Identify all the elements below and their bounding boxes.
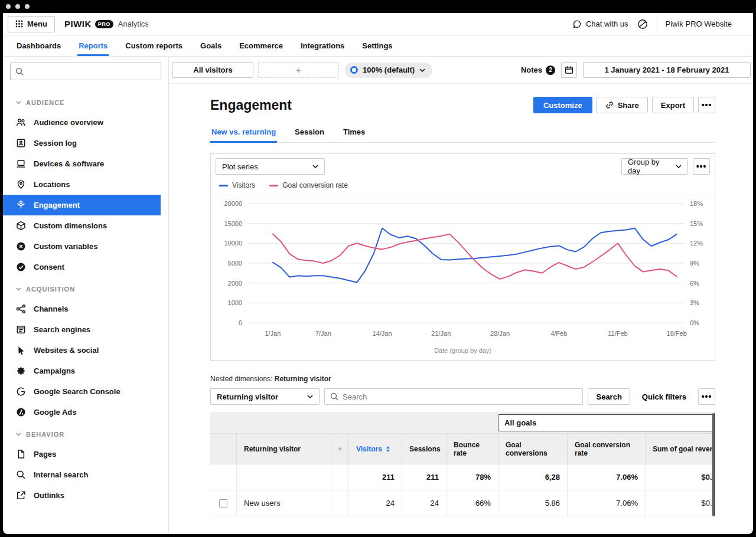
table-header-row: Returning visitor + Visitors Sessions Bo… bbox=[210, 434, 715, 464]
svg-text:15000: 15000 bbox=[224, 220, 242, 227]
chevron-down-icon bbox=[312, 165, 318, 168]
sidebar-item-label: Outlinks bbox=[34, 491, 64, 500]
date-range-picker[interactable]: 1 January 2021 - 18 February 2021 bbox=[583, 62, 751, 78]
primary-nav: Dashboards Reports Custom reports Goals … bbox=[3, 35, 753, 57]
app-window: Menu PIWIK PRO Analytics Chat with us Pi… bbox=[3, 13, 753, 534]
section-acquisition[interactable]: ACQUISITION bbox=[3, 277, 168, 299]
customize-button[interactable]: Customize bbox=[533, 97, 592, 113]
sidebar-item-label: Google Ads bbox=[34, 408, 76, 417]
sidebar-item-outlinks[interactable]: Outlinks bbox=[3, 485, 161, 506]
chart-legend: Visitors Goal conversion rate bbox=[211, 179, 715, 195]
globe-icon[interactable] bbox=[637, 18, 649, 30]
sidebar-item-campaigns[interactable]: Campaigns bbox=[3, 361, 161, 381]
menu-button[interactable]: Menu bbox=[8, 16, 55, 32]
sidebar-item-locations[interactable]: Locations bbox=[3, 174, 161, 195]
check-circle-icon bbox=[16, 262, 26, 272]
header-checkbox-cell bbox=[210, 434, 236, 464]
svg-text:7/Jan: 7/Jan bbox=[315, 330, 331, 337]
plot-series-dropdown[interactable]: Plot series bbox=[216, 158, 325, 175]
svg-text:10000: 10000 bbox=[224, 240, 242, 247]
sidebar-search[interactable] bbox=[10, 63, 161, 80]
export-button[interactable]: Export bbox=[652, 97, 694, 113]
nav-tab-integrations[interactable]: Integrations bbox=[292, 35, 353, 56]
totals-checkbox-cell bbox=[210, 464, 236, 490]
section-audience[interactable]: AUDIENCE bbox=[3, 91, 168, 112]
svg-text:4/Feb: 4/Feb bbox=[550, 330, 567, 337]
row-label[interactable]: New users bbox=[236, 490, 331, 516]
nav-tab-dashboards[interactable]: Dashboards bbox=[8, 35, 70, 56]
window-dot-1[interactable] bbox=[6, 4, 11, 9]
group-by-dropdown[interactable]: Group by day bbox=[621, 158, 688, 175]
column-sessions[interactable]: Sessions bbox=[402, 434, 446, 464]
sidebar-item-google-search-console[interactable]: Google Search Console bbox=[3, 381, 161, 402]
sidebar-item-websites-social[interactable]: Websites & social bbox=[3, 340, 161, 361]
sidebar-item-custom-dimensions[interactable]: Custom dimensions bbox=[3, 215, 161, 236]
quick-filters-button[interactable]: Quick filters bbox=[635, 388, 693, 405]
search-button[interactable]: Search bbox=[588, 388, 630, 405]
column-goal-conversions[interactable]: Goal conversions bbox=[498, 434, 567, 464]
svg-text:18/Feb: 18/Feb bbox=[667, 330, 687, 337]
tab-new-vs-returning[interactable]: New vs. returning bbox=[210, 123, 277, 142]
top-bar: Menu PIWIK PRO Analytics Chat with us Pi… bbox=[3, 13, 753, 35]
traffic-sample-dropdown[interactable]: 100% (default) bbox=[345, 63, 432, 78]
column-returning-visitor[interactable]: Returning visitor bbox=[236, 434, 331, 464]
column-bounce-rate[interactable]: Bounce rate bbox=[446, 434, 498, 464]
piwik-website-link[interactable]: Piwik PRO Website bbox=[666, 19, 747, 28]
sidebar-item-internal-search[interactable]: Internal search bbox=[3, 464, 161, 485]
group-by-label: Group by day bbox=[628, 158, 670, 175]
engagement-icon bbox=[16, 200, 26, 210]
all-visitors-segment-button[interactable]: All visitors bbox=[172, 62, 253, 78]
nav-tab-reports[interactable]: Reports bbox=[70, 35, 116, 56]
nested-dimensions-label: Nested dimensions: Returning visitor bbox=[210, 375, 715, 383]
nav-tab-goals[interactable]: Goals bbox=[191, 35, 230, 56]
sidebar-item-consent[interactable]: Consent bbox=[3, 257, 161, 277]
legend-item-visitors[interactable]: Visitors bbox=[219, 181, 255, 189]
section-behavior[interactable]: BEHAVIOR bbox=[3, 423, 168, 444]
sidebar-item-channels[interactable]: Channels bbox=[3, 299, 161, 319]
sidebar-item-label: Google Search Console bbox=[34, 387, 120, 396]
add-segment-button[interactable]: + bbox=[258, 62, 339, 78]
column-goal-conversion-rate[interactable]: Goal conversion rate bbox=[567, 434, 645, 464]
legend-item-goal-conversion-rate[interactable]: Goal conversion rate bbox=[269, 181, 348, 189]
share-button[interactable]: Share bbox=[597, 97, 648, 113]
all-goals-selector[interactable]: All goals bbox=[498, 414, 715, 431]
nav-tab-ecommerce[interactable]: Ecommerce bbox=[230, 35, 292, 56]
svg-text:18%: 18% bbox=[690, 200, 703, 207]
reports-sidebar: AUDIENCE Audience overview Session log D… bbox=[3, 57, 169, 534]
sidebar-item-custom-variables[interactable]: Custom variables bbox=[3, 236, 161, 257]
sidebar-item-search-engines[interactable]: Search engines bbox=[3, 319, 161, 340]
sidebar-item-audience-overview[interactable]: Audience overview bbox=[3, 112, 161, 133]
sidebar-item-engagement[interactable]: Engagement bbox=[3, 195, 161, 215]
table-more-button[interactable]: ••• bbox=[698, 388, 715, 405]
chevron-down-icon bbox=[419, 68, 425, 72]
sidebar-item-devices-software[interactable]: Devices & software bbox=[3, 153, 161, 174]
people-icon bbox=[16, 117, 26, 127]
window-dot-2[interactable] bbox=[15, 4, 20, 9]
tab-session[interactable]: Session bbox=[294, 123, 325, 142]
sidebar-search-input[interactable] bbox=[27, 67, 156, 76]
nav-tab-custom-reports[interactable]: Custom reports bbox=[116, 35, 191, 56]
window-dot-3[interactable] bbox=[25, 4, 30, 9]
nav-tab-settings[interactable]: Settings bbox=[353, 35, 401, 56]
tab-times[interactable]: Times bbox=[342, 123, 366, 142]
sidebar-item-pages[interactable]: Pages bbox=[3, 444, 161, 464]
report-more-button[interactable]: ••• bbox=[698, 97, 715, 113]
sidebar-item-google-ads[interactable]: Google Ads bbox=[3, 402, 161, 423]
chart-more-button[interactable]: ••• bbox=[693, 158, 710, 175]
table-search[interactable] bbox=[324, 388, 583, 405]
notes-button[interactable]: Notes 2 bbox=[521, 66, 555, 75]
sidebar-item-label: Campaigns bbox=[34, 366, 75, 375]
table-vertical-scrollbar[interactable] bbox=[712, 413, 715, 516]
sidebar-item-session-log[interactable]: Session log bbox=[3, 133, 161, 153]
chat-with-us-button[interactable]: Chat with us bbox=[572, 19, 628, 29]
column-sum-goal-revenue[interactable]: Sum of goal revenue bbox=[645, 434, 715, 464]
row-checkbox[interactable] bbox=[219, 499, 227, 507]
svg-text:20000: 20000 bbox=[224, 200, 242, 207]
svg-text:12%: 12% bbox=[690, 240, 703, 247]
dimension-dropdown[interactable]: Returning visitor bbox=[210, 388, 320, 405]
add-column-button[interactable]: + bbox=[331, 434, 348, 464]
totals-goal-conversions: 6,28 bbox=[498, 464, 567, 490]
column-visitors[interactable]: Visitors bbox=[348, 434, 402, 464]
calendar-button[interactable] bbox=[561, 62, 577, 78]
table-search-input[interactable] bbox=[343, 392, 577, 401]
